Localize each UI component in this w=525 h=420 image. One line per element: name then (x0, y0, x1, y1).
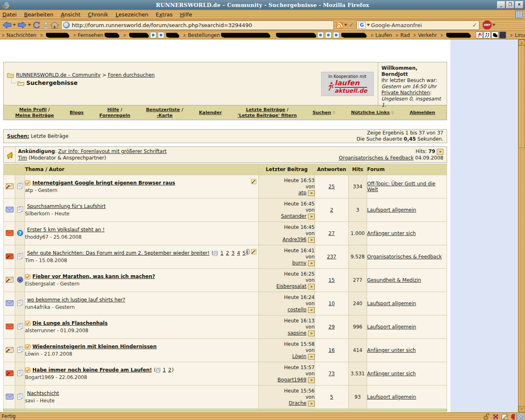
forum-link[interactable]: Laufsport allgemein (367, 207, 416, 213)
menu-lesezeichen[interactable]: Lesezeichen (116, 11, 148, 18)
replies-link[interactable]: 10 (329, 301, 335, 306)
forward-button[interactable] (17, 21, 27, 29)
rss-dropdown[interactable] (344, 24, 347, 26)
page-number-link[interactable]: 4 (237, 250, 240, 256)
nav-link[interactable]: Suchen (313, 110, 331, 115)
goto-last-post-icon[interactable]: » (308, 331, 315, 336)
scroll-down-button[interactable] (518, 406, 525, 412)
forum-link[interactable]: Anfänger unter sich (367, 371, 416, 377)
announcement-author-link[interactable]: Tim (18, 155, 27, 161)
edit-note-icon[interactable] (502, 413, 508, 420)
search-box[interactable]: G Google-Amazonfrei ✓ (356, 21, 479, 30)
search-engine-dropdown[interactable] (367, 24, 370, 26)
announcement-link[interactable]: Zur Info: Forenlayout mit größerer Schri… (58, 148, 167, 154)
replies-link[interactable]: 2 (330, 207, 333, 213)
page-number-link[interactable]: 1 (220, 250, 224, 256)
bookmark-item-fernsehen[interactable]: Fernsehen (74, 32, 120, 38)
topic-link[interactable]: Nachtschicht (27, 390, 59, 396)
replies-link[interactable]: 16 (329, 347, 335, 353)
page-number-link[interactable]: 2 (226, 250, 229, 256)
last-poster-link[interactable]: Santander (281, 213, 306, 219)
goto-last-post-icon[interactable]: » (308, 354, 315, 360)
nav-sublink[interactable]: -Karte (157, 113, 173, 118)
goto-last-post-icon[interactable]: » (308, 237, 315, 243)
forum-link[interactable]: Laufsport allgemein (367, 324, 416, 330)
page-number-link[interactable]: 2 (168, 367, 171, 373)
nav-link[interactable]: Kalender (199, 110, 222, 115)
page-number-link[interactable]: 5 (242, 250, 246, 256)
nav-link[interactable]: Nützliche Links (351, 110, 390, 115)
adblock-dropdown[interactable] (492, 24, 495, 26)
bookmark-item-rad[interactable]: Rad (396, 32, 410, 38)
minimize-button[interactable]: _ (497, 1, 505, 9)
noscript-icon[interactable] (492, 413, 499, 420)
replies-link[interactable]: 5 (330, 394, 333, 400)
scroll-up-button[interactable] (518, 39, 525, 46)
goto-last-post-icon[interactable]: » (308, 307, 315, 313)
forum-link[interactable]: Laufsport allgemein (367, 301, 416, 306)
search-input[interactable]: Google-Amazonfrei (371, 22, 472, 28)
last-poster-link[interactable]: Löwin (292, 354, 307, 359)
topic-link[interactable]: Habe immer noch keine Freude am Laufen! (32, 367, 152, 373)
topic-link[interactable]: Die Lunge als Flaschenhals (32, 320, 107, 326)
last-poster-link[interactable]: Bogart1969 (277, 377, 306, 383)
breadcrumb-section-link[interactable]: Foren durchsuchen (108, 72, 155, 78)
bookmark-item[interactable] (124, 32, 180, 38)
bookmark-item-verkehr[interactable]: Verkehr (414, 32, 437, 38)
menu-ansicht[interactable]: Ansicht (61, 11, 80, 18)
resize-grip[interactable] (516, 413, 523, 420)
topic-link[interactable]: wo bekomme ich lustige lauf shirts her? (27, 297, 125, 303)
bookmark-item[interactable] (275, 32, 367, 38)
adblock-plus-icon[interactable]: ABP (483, 21, 492, 30)
nav-link[interactable]: Mein Profil (19, 107, 47, 112)
nav-link[interactable]: Hilfe (107, 107, 119, 112)
topic-link[interactable]: Spurchsammlung für's Laufshirt (27, 203, 106, 209)
runners-icon[interactable] (484, 32, 491, 39)
url-bar[interactable]: http://forum.runnersworld.de/forum/searc… (61, 21, 334, 30)
topic-link[interactable]: Erster 5 km Volkslauf steht an ! (27, 227, 105, 233)
nav-link[interactable]: Letzte Beiträge (246, 107, 285, 112)
replies-link[interactable]: 15 (329, 277, 335, 283)
replies-link[interactable]: 237 (327, 254, 336, 260)
partner-logo[interactable]: In Kooperation mit laufen aktuell.de (321, 72, 374, 96)
last-poster-link[interactable]: atp (298, 190, 306, 196)
nav-link[interactable]: Blogs (70, 110, 84, 115)
forum-link[interactable]: Organisatorisches & Feedback (367, 254, 442, 260)
replies-link[interactable]: 73 (329, 371, 335, 377)
nav-sublink[interactable]: Meine Beiträge (15, 113, 54, 118)
topic-link[interactable]: Sehr gute Nachrichten: Das Forum wird zu… (27, 250, 210, 256)
page-number-link[interactable]: 1 (163, 367, 166, 373)
bookmark-item-nachrichten[interactable]: Nachrichten (2, 32, 37, 38)
goto-last-post-icon[interactable]: » (308, 190, 315, 196)
abp-status-icon[interactable] (511, 413, 515, 420)
vertical-scrollbar[interactable] (518, 39, 525, 412)
runner-icon[interactable] (476, 32, 483, 39)
close-button[interactable]: × (515, 1, 523, 9)
goto-announcement-icon[interactable]: » (437, 149, 443, 155)
replies-link[interactable]: 29 (329, 324, 335, 330)
padlock-open-icon[interactable] (483, 413, 490, 420)
goto-last-post-icon[interactable]: » (308, 284, 315, 290)
forum-link[interactable]: Anfänger unter sich (367, 231, 416, 236)
forum-link[interactable]: Laufsport allgemein (367, 394, 416, 400)
nav-sublink[interactable]: Forenregeln (99, 113, 130, 118)
forward-dropdown[interactable] (28, 24, 31, 26)
back-button[interactable] (2, 21, 12, 29)
breadcrumb-root-link[interactable]: RUNNERSWORLD.de – Community (16, 72, 100, 78)
private-messages-link[interactable]: Private Nachrichten (381, 90, 430, 96)
last-poster-link[interactable]: Drache (289, 400, 306, 406)
bookmark-item[interactable] (475, 32, 507, 39)
topic-link[interactable]: Wiedereinsteigerin mit kleinen Hindernis… (32, 344, 157, 349)
reload-button[interactable] (32, 21, 41, 29)
user-icon[interactable] (42, 21, 50, 29)
search-label-link[interactable]: Suchen: (7, 133, 29, 139)
page-number-link[interactable]: 3 (231, 250, 235, 256)
topic-link[interactable]: Internetgigant Google bringt eigenen Bro… (32, 180, 175, 186)
menu-hilfe[interactable]: Hilfe (180, 11, 192, 18)
last-poster-link[interactable]: Eisbergsalat (276, 283, 307, 289)
announcement-forum-link[interactable]: Organisatorisches & Feedback (339, 155, 413, 161)
bookmark-item-bestellungen[interactable]: Bestellungen (184, 32, 271, 38)
last-poster-link[interactable]: costello (288, 307, 306, 313)
rss-icon[interactable] (336, 22, 343, 29)
bookmark-item-linux[interactable]: Linux (511, 32, 525, 38)
